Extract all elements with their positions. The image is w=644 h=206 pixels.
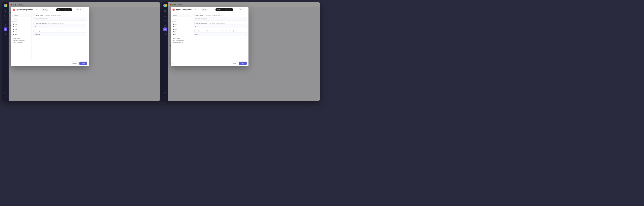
input-num-top-left[interactable] xyxy=(34,25,87,28)
config-dropdown-left[interactable]: default ▾ xyxy=(76,8,84,11)
field-label-count-left: count_expression xyxy=(36,30,46,32)
sidebar-icon-r4[interactable]: △ xyxy=(163,23,167,26)
field-group-count-right: count_expression ( An expression that co… xyxy=(193,30,247,36)
checkbox-report-name-right[interactable] xyxy=(193,15,195,16)
modal-header-left: × Pipeline Configurations Schema Config … xyxy=(11,7,89,13)
config-arrow-left: → xyxy=(73,9,75,11)
app-logo xyxy=(4,4,7,7)
config-dropdown-right[interactable]: prod ▾ xyxy=(237,8,244,11)
field-group-num-top-right: num_top_customers ( The number of top re… xyxy=(193,22,247,28)
more-icon-left[interactable]: ••• xyxy=(85,8,87,11)
sidebar-fields-right: report_name num_top_customers count_expr… xyxy=(172,37,190,43)
nav-item-join-left[interactable]: join xyxy=(12,31,30,33)
field-label-num-top-right: num_top_customers xyxy=(196,22,207,24)
modal-tabs-right: Schema Config xyxy=(194,9,208,11)
field-desc-report-name-left: ( The name of the report table. ) xyxy=(44,15,62,16)
search-input-left[interactable] xyxy=(12,14,30,17)
sidebar-icon-settings[interactable]: ◯ xyxy=(4,91,7,95)
field-nav-report-name-right[interactable]: report_name xyxy=(172,37,190,39)
nav-item-farr-right[interactable]: farr xyxy=(172,26,190,28)
tab-config-left[interactable]: Config xyxy=(42,9,48,11)
field-desc-num-top-left: ( The number of top records. ) xyxy=(48,22,65,24)
field-desc-count-right: ( An expression that counts the number o… xyxy=(206,30,234,32)
sidebar-icon-2[interactable]: ◯ xyxy=(4,14,7,18)
sidebar-icon-5[interactable]: ⊙ xyxy=(4,32,7,36)
sidebar-icon-r1[interactable]: ☰ xyxy=(163,9,167,13)
checkbox-num-top-right[interactable] xyxy=(193,22,195,24)
sidebar-icon-more-right[interactable]: ⋯ xyxy=(163,96,167,99)
cancel-button-left[interactable]: Cancel xyxy=(70,62,78,65)
back-link-right[interactable]: ← Back to xyxy=(172,18,190,20)
checkbox-count-left[interactable] xyxy=(34,30,35,32)
sidebar-icon-4[interactable]: △ xyxy=(4,23,7,26)
close-icon: × xyxy=(14,9,14,10)
sidebar-icon-r3[interactable]: ⏱ xyxy=(163,18,167,22)
nav-item-rep-right[interactable]: rep xyxy=(172,33,190,35)
field-header-num-top-left: num_top_customers ( The number of top re… xyxy=(34,22,87,24)
config-arrow-right: → xyxy=(234,9,236,11)
sidebar-icon-more[interactable]: ⋯ xyxy=(4,96,7,99)
field-desc-num-top-right: ( The number of top records. ) xyxy=(208,22,225,24)
nav-item-farr-left[interactable]: farr xyxy=(12,26,30,28)
nav-item-cus-left[interactable]: cus xyxy=(12,23,30,25)
field-header-count-left: count_expression ( An expression that co… xyxy=(34,30,87,32)
footer-info-left: ℹ xyxy=(13,62,13,64)
field-nav-count-left[interactable]: count_expression xyxy=(12,41,30,43)
modal-close-btn-left[interactable]: × xyxy=(13,9,15,11)
sidebar-fields-left: report_name num_top_customers count_expr… xyxy=(12,37,30,43)
field-label-num-top-left: num_top_customers xyxy=(36,22,48,24)
sidebar-icon-3[interactable]: ⏱ xyxy=(4,18,7,22)
sidebar-left: ☰ ◯ ⏱ △ ⊞ ⊙ ◯ ⋯ xyxy=(2,2,9,101)
more-icon-right[interactable]: ••• xyxy=(244,8,247,11)
input-num-top-right[interactable] xyxy=(193,25,247,28)
sidebar-right: ☰ ◯ ⏱ △ ⊞ ⊙ ◯ ⋯ xyxy=(162,2,168,101)
field-group-report-name-left: report_name ( The name of the report tab… xyxy=(34,15,87,20)
checkbox-report-name-left[interactable] xyxy=(34,15,35,16)
field-nav-count-right[interactable]: count_expression xyxy=(172,41,190,43)
field-nav-num-top-right[interactable]: num_top_customers xyxy=(172,39,190,41)
field-desc-report-name-right: ( The name of the report table. ) xyxy=(204,15,222,16)
tab-config-right[interactable]: Config xyxy=(202,9,208,11)
chevron-down-icon-right: ▾ xyxy=(242,9,242,10)
sidebar-icon-r2[interactable]: ◯ xyxy=(163,14,167,18)
tab-schema-left[interactable]: Schema xyxy=(34,9,42,11)
field-header-num-top-right: num_top_customers ( The number of top re… xyxy=(193,22,247,24)
sidebar-icon-pipeline[interactable]: ⊞ xyxy=(4,28,7,31)
sidebar-icon-1[interactable]: ☰ xyxy=(4,9,7,13)
field-label-report-name-right: report_name xyxy=(196,15,203,16)
nav-item-inte-left[interactable]: inte xyxy=(12,28,30,30)
modal-overlay-left: × Pipeline Configurations Schema Config … xyxy=(9,2,160,101)
nav-pipeline-label-right: Pipeline xyxy=(172,21,190,23)
input-report-name-left[interactable] xyxy=(34,17,87,20)
field-label-report-name-left: report_name xyxy=(36,15,43,16)
tab-schema-right[interactable]: Schema xyxy=(194,9,201,11)
nav-item-inte-right[interactable]: inte xyxy=(172,28,190,30)
refresh-icon-right[interactable]: ↺ xyxy=(222,15,224,16)
input-report-name-right[interactable] xyxy=(193,17,247,20)
modal-left: × Pipeline Configurations Schema Config … xyxy=(11,7,89,66)
field-nav-report-name-left[interactable]: report_name xyxy=(12,37,30,39)
sidebar-icon-settings-right[interactable]: ◯ xyxy=(163,91,167,95)
save-button-right[interactable]: Save xyxy=(239,62,247,65)
back-link-left[interactable]: ← Back to xyxy=(12,18,30,20)
field-nav-num-top-left[interactable]: num_top_customers xyxy=(12,39,30,41)
save-button-left[interactable]: Save xyxy=(79,62,87,65)
nav-item-rep-left[interactable]: rep xyxy=(12,33,30,35)
nav-item-cus-right[interactable]: cus xyxy=(172,23,190,25)
main-content-left: Proje ⬟ HelloW ▾ Pipeline cus farr xyxy=(9,2,160,101)
cancel-button-right[interactable]: Cancel xyxy=(230,62,238,65)
search-input-right[interactable] xyxy=(172,14,190,17)
modal-sidebar-left: ← Back to Pipeline cus farr inte join re… xyxy=(11,13,32,60)
sidebar-icon-pipeline-right[interactable]: ⊞ xyxy=(163,28,167,31)
modal-footer-left: ℹ Cancel Save xyxy=(11,60,89,66)
field-desc-count-left: ( An expression that counts the number o… xyxy=(47,30,74,32)
input-count-left[interactable] xyxy=(34,32,87,36)
checkbox-count-right[interactable] xyxy=(193,30,195,32)
sidebar-icon-r5[interactable]: ⊙ xyxy=(163,32,167,36)
modal-tabs-left: Schema Config xyxy=(34,9,48,11)
config-label-left: Default configuration xyxy=(56,8,72,11)
input-count-right[interactable] xyxy=(193,32,247,36)
modal-close-btn-right[interactable]: × xyxy=(172,9,175,11)
nav-item-join-right[interactable]: join xyxy=(172,31,190,33)
checkbox-num-top-left[interactable] xyxy=(34,22,35,24)
